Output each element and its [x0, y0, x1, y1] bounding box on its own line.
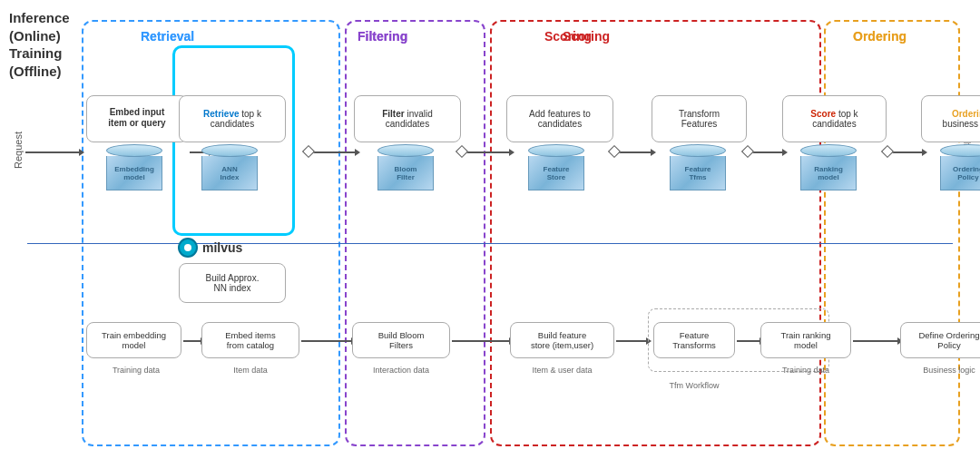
train-embedding-box: Train embeddingmodel — [86, 322, 181, 358]
diagram-container: Inference (Online) Training(Offline) Req… — [0, 0, 980, 459]
arrow-embed-bloom — [301, 340, 352, 342]
build-feature-store-box: Build featurestore (item,user) — [510, 322, 614, 358]
request-label: Request — [13, 132, 24, 169]
filter-box: Filter invalidcandidates — [354, 95, 461, 142]
retrieve-box: Retrieve top kcandidates — [179, 95, 286, 142]
region-filtering — [345, 20, 485, 446]
arrow-tfm-train-rank — [737, 340, 760, 342]
define-ordering-box: Define OrderingPolicy — [900, 322, 980, 358]
build-ann-box: Build Approx.NN index — [179, 263, 286, 303]
train-ranking-box: Train rankingmodel — [760, 322, 851, 358]
arrow-train-embed — [183, 340, 201, 342]
divider-line — [27, 243, 953, 244]
build-bloom-box: Build BloomFilters — [352, 322, 450, 358]
arrow-retrieve-filter — [309, 151, 356, 153]
ordering-box: Orderingbusiness logic — [921, 95, 980, 142]
item-data-label: Item data — [201, 366, 299, 375]
score-box: Score top kcandidates — [782, 95, 887, 142]
arrow-filter-features — [463, 151, 510, 153]
embedding-model-cylinder: Embeddingmodel — [106, 143, 162, 190]
embed-items-box: Embed itemsfrom catalog — [201, 322, 299, 358]
training-data-label-1: Training data — [86, 366, 186, 375]
milvus-logo: milvus — [178, 238, 242, 258]
ranking-model-cylinder: Rankingmodel — [800, 143, 857, 190]
arrow-train-rank-ordering — [853, 340, 898, 342]
region-ordering — [824, 20, 960, 446]
feature-transforms-box: FeatureTransforms — [653, 322, 735, 358]
feature-store-cylinder: FeatureStore — [528, 143, 584, 190]
ann-index-cylinder: ANNIndex — [201, 143, 258, 190]
arrow-features-transform — [615, 151, 652, 153]
ordering-policy-cylinder: OrderingPolicy — [940, 143, 980, 190]
transform-features-box: TransformFeatures — [652, 95, 747, 142]
embed-input-box: Embed inputitem or query — [86, 95, 188, 142]
request-arrow — [25, 151, 80, 153]
bloom-filter-cylinder: BloomFilter — [377, 143, 434, 190]
add-features-box: Add features tocandidates — [506, 95, 613, 142]
business-logic-label: Business logic — [900, 366, 980, 375]
arrow-feature-store-tfm — [616, 340, 647, 342]
arrow-bloom-feature-store — [452, 340, 510, 342]
feature-tfms-cylinder: FeatureTfms — [670, 143, 726, 190]
milvus-icon — [178, 238, 198, 258]
item-user-data-label: Item & user data — [510, 366, 614, 375]
training-data-label-2: Training data — [760, 366, 851, 375]
interaction-data-label: Interaction data — [352, 366, 450, 375]
tfm-workflow-label: Tfm Workflow — [653, 381, 735, 390]
